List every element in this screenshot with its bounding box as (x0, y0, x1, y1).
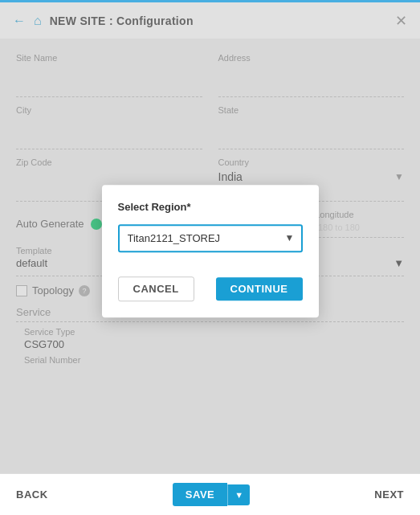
save-button[interactable]: SAVE (173, 483, 227, 506)
modal-buttons: CANCEL CONTINUE (118, 276, 303, 301)
select-region-modal: Select Region* Titan2121_STOREJ Region1 … (102, 185, 319, 317)
region-select[interactable]: Titan2121_STOREJ Region1 Region2 (118, 224, 303, 252)
save-dropdown-button[interactable]: ▼ (227, 484, 250, 505)
back-button[interactable]: BACK (16, 488, 48, 501)
footer: BACK SAVE ▼ NEXT (0, 473, 420, 515)
continue-button[interactable]: CONTINUE (216, 277, 303, 300)
region-select-wrapper: Titan2121_STOREJ Region1 Region2 ▼ (118, 224, 303, 252)
modal-title: Select Region* (118, 201, 303, 213)
next-button[interactable]: NEXT (374, 488, 404, 501)
save-group: SAVE ▼ (173, 483, 250, 506)
cancel-button[interactable]: CANCEL (118, 276, 194, 301)
